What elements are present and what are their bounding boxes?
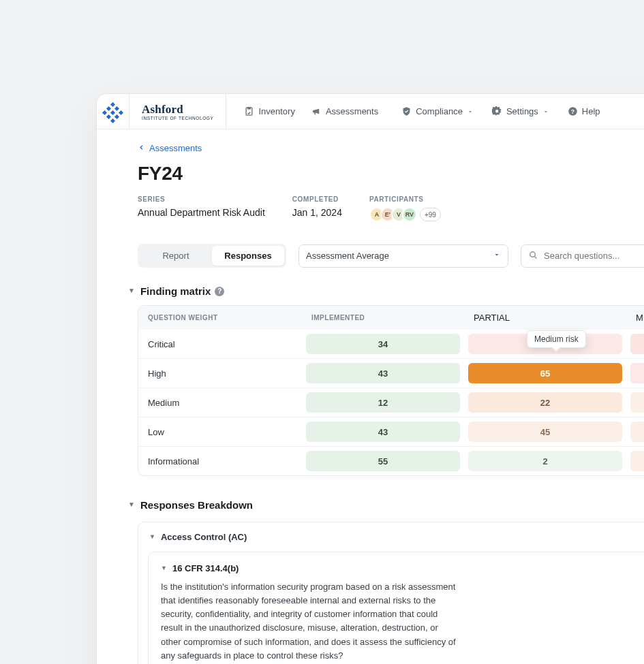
chevron-left-icon [138,143,145,153]
nav-assessments[interactable]: Assessments [305,102,385,121]
shield-check-icon [401,106,412,116]
breakdown-group-label: Access Control (AC) [161,532,247,542]
col-header-partial: PARTIAL [464,306,626,330]
app-window: Ashford INSTITUTE OF TECHNOLOGY Inventor… [97,94,644,664]
chevron-down-icon [465,106,476,116]
matrix-partial-cell[interactable]: 65 [464,359,626,388]
matrix-implemented-cell[interactable]: 43 [302,417,464,446]
matrix-row: Informational552 [138,446,644,475]
meta-series-label: SERIES [138,195,265,203]
brand-logo-cell[interactable] [97,94,129,129]
tab-responses[interactable]: Responses [212,246,284,266]
breakdown-item: ▼ 16 CFR 314.4(b) Is the institution's i… [148,552,644,664]
meta-completed-label: COMPLETED [292,195,342,203]
avatar[interactable]: RV [402,207,417,222]
value-chip: 22 [468,392,622,413]
matrix-partial-cell[interactable]: 2 [464,447,626,475]
nav-settings[interactable]: Settings [485,102,558,121]
matrix-implemented-cell[interactable]: 43 [302,359,464,388]
chevron-down-icon [493,251,501,261]
matrix-implemented-cell[interactable]: 12 [302,388,464,417]
matrix-weight-cell: Low [138,417,302,446]
value-chip [630,422,644,442]
meta-participants-label: PARTICIPANTS [369,195,441,203]
meta-series: SERIES Annual Department Risk Audit [138,195,265,222]
matrix-weight-cell: Informational [138,447,302,475]
matrix-row: Low4345 [138,417,644,446]
matrix-row: Medium1222 [138,388,644,417]
brand-subtitle: INSTITUTE OF TECHNOLOGY [142,116,213,121]
view-toggle: Report Responses [138,244,286,268]
matrix-missing-cell[interactable] [626,359,644,388]
matrix-missing-cell[interactable] [626,330,644,358]
breakdown-item-body: Is the institution's information securit… [161,580,461,663]
page-title: FY24 [138,163,644,185]
value-chip: 65 [468,363,622,383]
matrix-header-row: QUESTION WEIGHT IMPLEMENTED PARTIAL MIS [138,306,644,330]
meta-series-value: Annual Department Risk Audit [138,207,265,218]
nav-compliance[interactable]: Compliance [395,102,482,121]
collapse-toggle-icon[interactable]: ▼ [149,533,155,540]
search-input[interactable] [544,251,644,261]
search-icon [528,250,538,262]
tab-report[interactable]: Report [140,246,212,266]
value-chip: 34 [306,334,460,354]
matrix-partial-cell[interactable]: 22 [464,388,626,417]
breakdown-item-header[interactable]: ▼ 16 CFR 314.4(b) [161,563,644,573]
meta-completed-value: Jan 1, 2024 [292,207,342,218]
brand-logo-icon [105,104,121,120]
breakdown-item-code: 16 CFR 314.4(b) [172,563,239,573]
matrix-weight-cell: Critical [138,330,302,358]
nav-assessments-label: Assessments [326,106,378,116]
value-chip [630,451,644,471]
collapse-toggle-icon[interactable]: ▼ [161,565,167,571]
finding-matrix-title: Finding matrix [140,285,211,297]
risk-tooltip: Medium risk [527,330,586,348]
breadcrumb-back[interactable]: Assessments [138,143,644,153]
top-nav: Ashford INSTITUTE OF TECHNOLOGY Inventor… [97,94,644,129]
finding-matrix: QUESTION WEIGHT IMPLEMENTED PARTIAL MIS … [138,305,644,476]
value-chip [630,392,644,413]
value-chip: 12 [306,392,460,413]
value-chip [630,334,644,354]
matrix-row: High4365 [138,358,644,388]
page-content: Assessments FY24 SERIES Annual Departmen… [97,129,644,664]
matrix-partial-cell[interactable]: 45 [464,417,626,446]
nav-inventory-label: Inventory [258,106,294,116]
nav-inventory[interactable]: Inventory [237,102,301,121]
breakdown-card: ▼ Access Control (AC) ▼ 16 CFR 314.4(b) … [138,522,644,664]
breadcrumb-label: Assessments [149,143,202,153]
participant-avatars[interactable]: A E' V RV +99 [369,207,441,222]
matrix-missing-cell[interactable] [626,447,644,475]
matrix-implemented-cell[interactable]: 34 [302,330,464,358]
matrix-missing-cell[interactable] [626,388,644,417]
responses-breakdown-title: Responses Breakdown [140,499,253,511]
gear-icon [492,106,502,116]
responses-breakdown-header: ▼ Responses Breakdown [128,499,644,511]
brand-name: Ashford [142,103,213,116]
nav-compliance-label: Compliance [416,106,463,116]
chevron-down-icon [541,106,551,116]
col-header-missing: MIS [626,306,644,330]
meta-row: SERIES Annual Department Risk Audit COMP… [138,195,644,222]
avatar-overflow[interactable]: +99 [420,208,441,221]
controls-row: Report Responses Assessment Average [138,244,644,268]
value-chip: 55 [306,451,460,471]
svg-point-3 [530,251,536,257]
matrix-missing-cell[interactable] [626,417,644,446]
collapse-toggle-icon[interactable]: ▼ [128,287,135,294]
value-chip: 43 [306,422,460,442]
breakdown-group-row[interactable]: ▼ Access Control (AC) [138,522,644,552]
nav-help[interactable]: ? Help [561,102,607,121]
brand-wordmark[interactable]: Ashford INSTITUTE OF TECHNOLOGY [129,94,226,129]
assessment-select[interactable]: Assessment Average [298,244,508,268]
value-chip: 43 [306,363,460,383]
matrix-weight-cell: High [138,359,302,388]
matrix-implemented-cell[interactable]: 55 [302,447,464,475]
search-box[interactable] [521,244,644,268]
collapse-toggle-icon[interactable]: ▼ [128,501,135,508]
value-chip [630,363,644,383]
help-tooltip-icon[interactable]: ? [215,287,224,296]
nav-help-label: Help [582,106,600,116]
meta-completed: COMPLETED Jan 1, 2024 [292,195,342,222]
